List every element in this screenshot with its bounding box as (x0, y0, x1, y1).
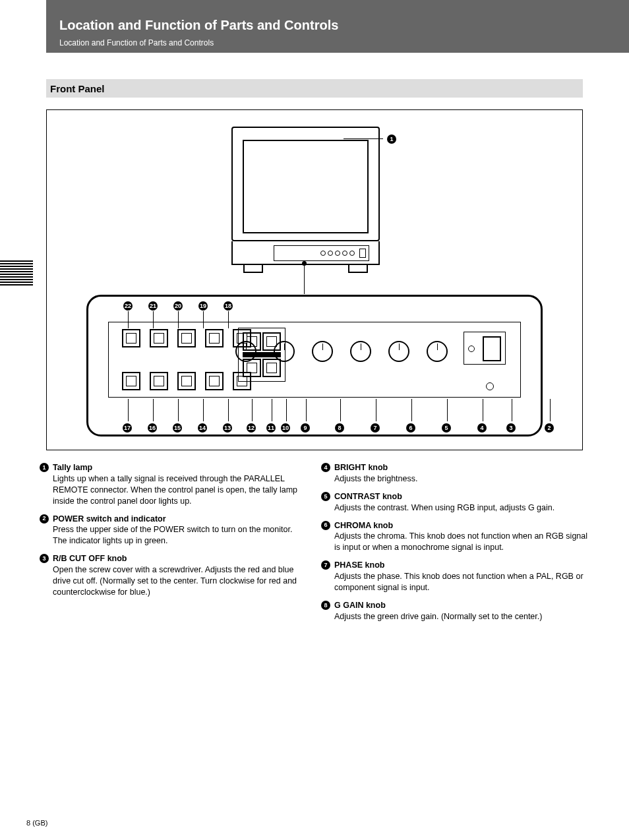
descriptions-right: 4 BRIGHT knobAdjusts the brightness. 5 C… (321, 462, 589, 629)
desc-title: R/B CUT OFF knob (53, 554, 127, 563)
desc-body: Open the screw cover with a screwdriver.… (53, 565, 297, 597)
desc-item-1: 1 Tally lampLights up when a tally signa… (40, 462, 308, 507)
control-panel-outline (108, 322, 521, 398)
desc-item-7: 7 PHASE knobAdjusts the phase. This knob… (321, 560, 589, 593)
desc-body: Adjusts the green drive gain. (Normally … (334, 612, 542, 621)
desc-body: Adjusts the chroma. This knob does not f… (334, 531, 587, 552)
desc-title: PHASE knob (334, 560, 384, 570)
desc-body: Lights up when a tally signal is receive… (53, 474, 297, 506)
desc-item-5: 5 CONTRAST knobAdjusts the contrast. Whe… (321, 491, 589, 514)
desc-title: CHROMA knob (334, 521, 393, 530)
page-title: Location and Function of Parts and Contr… (59, 18, 338, 33)
desc-title: BRIGHT knob (334, 463, 388, 472)
callouts-bottom: 17 16 15 14 13 12 11 10 9 8 7 6 5 4 3 2 (123, 423, 554, 433)
page-subtitle: Location and Function of Parts and Contr… (59, 38, 214, 47)
section-heading: Front Panel (46, 79, 583, 98)
enlarged-panel: 22 21 20 19 18 (86, 295, 543, 436)
desc-item-8: 8 G GAIN knobAdjusts the green drive gai… (321, 600, 589, 622)
desc-item-4: 4 BRIGHT knobAdjusts the brightness. (321, 462, 589, 485)
desc-title: POWER switch and indicator (53, 514, 166, 524)
power-block (464, 332, 506, 365)
desc-title: G GAIN knob (334, 601, 386, 610)
desc-title: Tally lamp (53, 463, 92, 472)
callouts-top: 22 21 20 19 18 (120, 301, 236, 311)
monitor-illustration (231, 127, 380, 273)
descriptions-left: 1 Tally lampLights up when a tally signa… (40, 462, 308, 629)
desc-item-2: 2 POWER switch and indicatorPress the up… (40, 514, 308, 547)
desc-body: Adjusts the contrast. When using RGB inp… (334, 503, 554, 512)
thumb-tab (0, 260, 33, 285)
callout-1: 1 (383, 134, 396, 144)
connector-line (304, 264, 305, 294)
front-panel-figure: 1 22 21 20 19 18 (46, 109, 583, 450)
desc-title: CONTRAST knob (334, 492, 402, 501)
desc-body: Press the upper side of the POWER switch… (53, 525, 292, 545)
desc-item-6: 6 CHROMA knobAdjusts the chroma. This kn… (321, 520, 589, 554)
desc-body: Adjusts the brightness. (334, 474, 417, 483)
desc-item-3: 3 R/B CUT OFF knobOpen the screw cover w… (40, 553, 308, 598)
desc-body: Adjusts the phase. This knob does not fu… (334, 572, 584, 592)
page-header: Location and Function of Parts and Contr… (46, 0, 629, 53)
